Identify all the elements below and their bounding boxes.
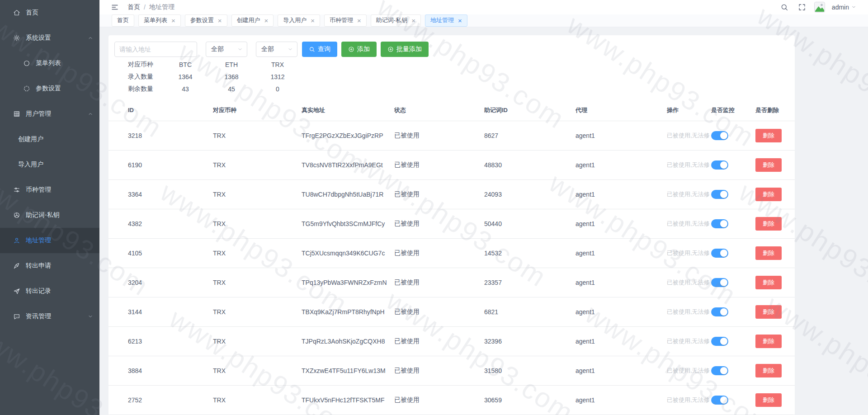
delete-button[interactable]: 删除 xyxy=(755,188,782,201)
sidebar-item-label: 地址管理 xyxy=(26,236,51,245)
fullscreen-icon[interactable] xyxy=(797,2,807,13)
cell-delete: 删除 xyxy=(755,276,795,289)
cell-coin: TRX xyxy=(213,220,302,227)
sidebar-item-address-management[interactable]: 地址管理 xyxy=(0,228,99,253)
cell-id: 4105 xyxy=(128,250,213,257)
add-button[interactable]: 添加 xyxy=(341,42,377,57)
tab-import-user[interactable]: 导入用户× xyxy=(278,14,320,27)
cell-coin: TRX xyxy=(213,132,302,139)
cell-id: 3884 xyxy=(128,367,213,374)
cell-status: 已被使用 xyxy=(394,249,484,257)
close-icon[interactable]: × xyxy=(171,17,175,24)
delete-button[interactable]: 删除 xyxy=(755,276,782,289)
monitor-toggle[interactable] xyxy=(711,131,728,140)
cell-status: 已被使用 xyxy=(394,190,484,198)
operation-note: 已被使用,无法修 xyxy=(667,250,710,256)
comment-icon xyxy=(13,312,21,321)
close-icon[interactable]: × xyxy=(458,17,462,24)
sidebar-item-user-management[interactable]: 用户管理 xyxy=(0,101,99,127)
cell-mnemonic-id: 23357 xyxy=(484,279,576,286)
close-icon[interactable]: × xyxy=(264,17,269,24)
tab-address-management[interactable]: 地址管理× xyxy=(425,14,467,27)
cell-monitor xyxy=(711,278,755,287)
monitor-toggle[interactable] xyxy=(711,396,728,405)
delete-button[interactable]: 删除 xyxy=(755,129,782,142)
sidebar-item-system-settings[interactable]: 系统设置 xyxy=(0,25,99,51)
breadcrumb-home[interactable]: 首页 xyxy=(127,3,140,11)
topbar: 首页 / 地址管理 admin xyxy=(99,0,868,14)
close-icon[interactable]: × xyxy=(311,17,315,24)
cell-operation: 已被使用,无法修 xyxy=(667,220,711,228)
toggle-knob xyxy=(720,308,727,316)
sidebar-item-create-user[interactable]: 创建用户 xyxy=(0,127,99,152)
image-grid-icon xyxy=(13,110,21,118)
cell-agent: agent1 xyxy=(576,191,667,198)
search-icon[interactable] xyxy=(779,2,790,13)
close-icon[interactable]: × xyxy=(411,17,415,24)
cell-id: 4382 xyxy=(128,220,213,227)
sliders-icon xyxy=(13,186,21,194)
table-row: 3144 TRX TBXq9KaZj7RmPT8RhyfNpH 已被使用 682… xyxy=(108,297,795,327)
cell-mnemonic-id: 30659 xyxy=(484,396,576,404)
cell-status: 已被使用 xyxy=(394,308,484,316)
delete-button[interactable]: 删除 xyxy=(755,335,782,348)
cell-mnemonic-id: 8627 xyxy=(484,132,576,139)
tab-create-user[interactable]: 创建用户× xyxy=(231,14,274,27)
delete-button[interactable]: 删除 xyxy=(755,246,782,260)
delete-button[interactable]: 删除 xyxy=(755,305,782,319)
operation-note: 已被使用,无法修 xyxy=(667,220,710,227)
cell-agent: agent1 xyxy=(576,367,667,374)
batch-add-button[interactable]: 批量添加 xyxy=(381,42,429,57)
address-search-input[interactable] xyxy=(114,42,197,57)
sidebar-item-menu-list[interactable]: 菜单列表 xyxy=(0,51,99,76)
cell-address: TV8csNV8TtR2XxfPmA9EGt xyxy=(302,161,394,169)
cell-id: 6213 xyxy=(128,338,213,345)
close-icon[interactable]: × xyxy=(218,17,222,24)
sidebar-item-home[interactable]: 首页 xyxy=(0,0,99,25)
operation-note: 已被使用,无法修 xyxy=(667,396,710,403)
avatar[interactable] xyxy=(814,2,825,13)
table-row: 3204 TRX TPq13yPbWa3FWNRZxFzmN 已被使用 2335… xyxy=(108,268,795,297)
sidebar-item-transfer-records[interactable]: 转出记录 xyxy=(0,278,99,304)
sidebar-item-param-settings[interactable]: 参数设置 xyxy=(0,76,99,101)
sidebar-item-transfer-request[interactable]: 转出申请 xyxy=(0,253,99,278)
monitor-toggle[interactable] xyxy=(711,190,728,199)
monitor-toggle[interactable] xyxy=(711,160,728,170)
sidebar-item-coin-management[interactable]: 币种管理 xyxy=(0,177,99,203)
search-button[interactable]: 查询 xyxy=(302,42,337,57)
sidebar-item-label: 参数设置 xyxy=(36,85,61,93)
status-select[interactable]: 全部 xyxy=(256,42,297,57)
cell-agent: agent1 xyxy=(576,396,667,404)
monitor-toggle[interactable] xyxy=(711,219,728,228)
sidebar-item-label: 助记词-私钥 xyxy=(26,211,60,219)
tab-home[interactable]: 首页 xyxy=(112,14,134,27)
monitor-toggle[interactable] xyxy=(711,249,728,258)
monitor-toggle[interactable] xyxy=(711,366,728,375)
cell-id: 3364 xyxy=(128,191,213,198)
monitor-toggle[interactable] xyxy=(711,278,728,287)
cell-monitor xyxy=(711,160,755,170)
user-menu[interactable]: admin xyxy=(832,4,856,11)
coin-select[interactable]: 全部 xyxy=(206,42,247,57)
close-icon[interactable]: × xyxy=(357,17,361,24)
table-row: 3364 TRX TU8wCH7dbpgNh5tUaBj71R 已被使用 240… xyxy=(108,180,795,209)
delete-button[interactable]: 删除 xyxy=(755,217,782,231)
sidebar-item-mnemonic-key[interactable]: 助记词-私钥 xyxy=(0,203,99,228)
monitor-toggle[interactable] xyxy=(711,307,728,316)
delete-button[interactable]: 删除 xyxy=(755,364,782,377)
monitor-toggle[interactable] xyxy=(711,337,728,346)
tab-param-settings[interactable]: 参数设置× xyxy=(185,14,227,27)
sidebar-item-news-management[interactable]: 资讯管理 xyxy=(0,304,99,329)
tab-coin-management[interactable]: 币种管理× xyxy=(324,14,367,27)
tab-menu-list[interactable]: 菜单列表× xyxy=(138,14,181,27)
chevron-up-icon xyxy=(88,35,93,41)
sidebar-item-import-user[interactable]: 导入用户 xyxy=(0,152,99,177)
tab-mnemonic-key[interactable]: 助记词-私钥× xyxy=(371,14,421,27)
delete-button[interactable]: 删除 xyxy=(755,393,782,407)
stats-row-remaining: 剩余数量 43 45 0 xyxy=(128,83,795,95)
delete-button[interactable]: 删除 xyxy=(755,158,782,172)
table-row: 6190 TRX TV8csNV8TtR2XxfPmA9EGt 已被使用 488… xyxy=(108,151,795,180)
menu-collapse-icon[interactable] xyxy=(109,2,120,13)
cell-agent: agent1 xyxy=(576,308,667,316)
toggle-knob xyxy=(720,367,727,374)
